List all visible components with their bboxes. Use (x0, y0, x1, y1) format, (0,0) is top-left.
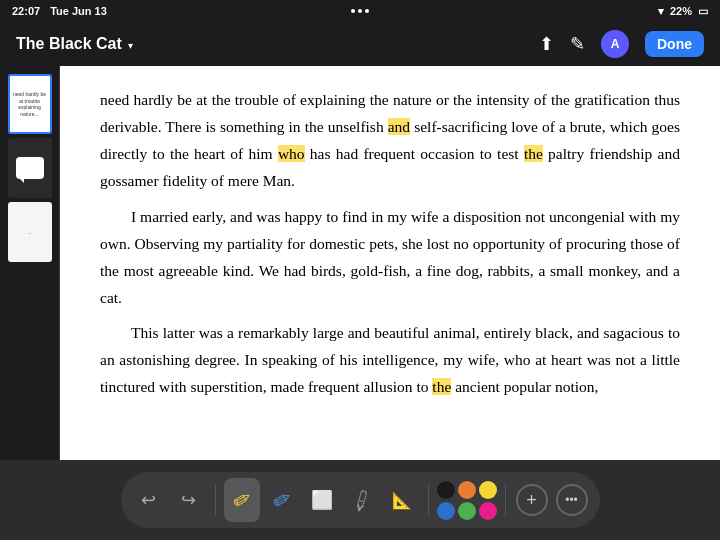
status-left: 22:07 Tue Jun 13 (12, 5, 107, 17)
undo-button[interactable]: ↩ (131, 478, 167, 522)
share-icon[interactable]: ⬆ (539, 33, 554, 55)
more-options-button[interactable]: ••• (554, 478, 590, 522)
pen-dark-tool[interactable]: 🖊 (344, 478, 380, 522)
reading-text: need hardly be at the trouble of explain… (100, 86, 680, 400)
color-pink[interactable] (479, 502, 497, 520)
ellipsis-dots (351, 9, 369, 13)
color-blue[interactable] (437, 502, 455, 520)
color-green[interactable] (458, 502, 476, 520)
color-orange[interactable] (458, 481, 476, 499)
paragraph-1: need hardly be at the trouble of explain… (100, 86, 680, 195)
add-color-button[interactable]: + (514, 478, 550, 522)
battery-icon: ▭ (698, 5, 708, 18)
redo-icon: ↪ (181, 489, 196, 511)
undo-icon: ↩ (141, 489, 156, 511)
done-button[interactable]: Done (645, 31, 704, 57)
edit-icon[interactable]: ✎ (570, 33, 585, 55)
eraser-tool[interactable]: ⬜ (304, 478, 340, 522)
user-avatar[interactable]: A (601, 30, 629, 58)
page-thumb-3[interactable]: ... (8, 202, 52, 262)
redo-button[interactable]: ↪ (171, 478, 207, 522)
paragraph-3: This latter was a remarkably large and b… (100, 319, 680, 400)
eraser-icon: ⬜ (311, 489, 333, 511)
date: Tue Jun 13 (50, 5, 107, 17)
color-black[interactable] (437, 481, 455, 499)
thumb-content-1: need hardly be at trouble explaining nat… (10, 76, 50, 132)
pencil-blue-icon: ✏ (267, 484, 296, 516)
color-palette (437, 481, 497, 520)
status-center (351, 9, 369, 13)
battery-level: 22% (670, 5, 692, 17)
pencil-blue-tool[interactable]: ✏ (264, 478, 300, 522)
plus-icon: + (516, 484, 548, 516)
thumb-content-3: ... (8, 202, 52, 262)
page-thumbnail-sidebar: need hardly be at trouble explaining nat… (0, 66, 60, 460)
chevron-down-icon: ▾ (128, 40, 133, 51)
top-right-actions: ⬆ ✎ A Done (539, 30, 704, 58)
toolbar-divider-1 (215, 484, 216, 516)
page-thumb-2[interactable] (8, 138, 52, 198)
color-row-1 (437, 481, 497, 499)
pen-dark-icon: 🖊 (347, 485, 376, 515)
toolbar-divider-3 (505, 484, 506, 516)
book-title-area[interactable]: The Black Cat ▾ (16, 35, 133, 53)
avatar-initial: A (611, 37, 620, 51)
wifi-icon: ▾ (658, 5, 664, 18)
highlight-who: who (278, 145, 305, 162)
color-row-2 (437, 502, 497, 520)
main-area: need hardly be at trouble explaining nat… (0, 66, 720, 460)
toolbar-pill: ↩ ↪ ✏ ✏ ⬜ 🖊 📐 (121, 472, 600, 528)
reading-area: need hardly be at the trouble of explain… (60, 66, 720, 460)
thumb-bubble (16, 157, 44, 179)
status-right: ▾ 22% ▭ (658, 5, 708, 18)
paragraph-2: I married early, and was happy to find i… (100, 203, 680, 312)
status-bar: 22:07 Tue Jun 13 ▾ 22% ▭ (0, 0, 720, 22)
book-title: The Black Cat (16, 35, 122, 53)
pencil-yellow-icon: ✏ (227, 484, 256, 516)
time: 22:07 (12, 5, 40, 17)
pencil-yellow-tool[interactable]: ✏ (224, 478, 260, 522)
more-icon: ••• (556, 484, 588, 516)
toolbar-divider-2 (428, 484, 429, 516)
ruler-tool[interactable]: 📐 (384, 478, 420, 522)
highlight-the-2: the (432, 378, 451, 395)
annotation-toolbar: ↩ ↪ ✏ ✏ ⬜ 🖊 📐 (0, 460, 720, 540)
highlight-and: and (388, 118, 410, 135)
top-bar: The Black Cat ▾ ⬆ ✎ A Done (0, 22, 720, 66)
highlight-the: the (524, 145, 543, 162)
ruler-icon: 📐 (392, 491, 412, 510)
color-yellow[interactable] (479, 481, 497, 499)
page-thumb-1[interactable]: need hardly be at trouble explaining nat… (8, 74, 52, 134)
